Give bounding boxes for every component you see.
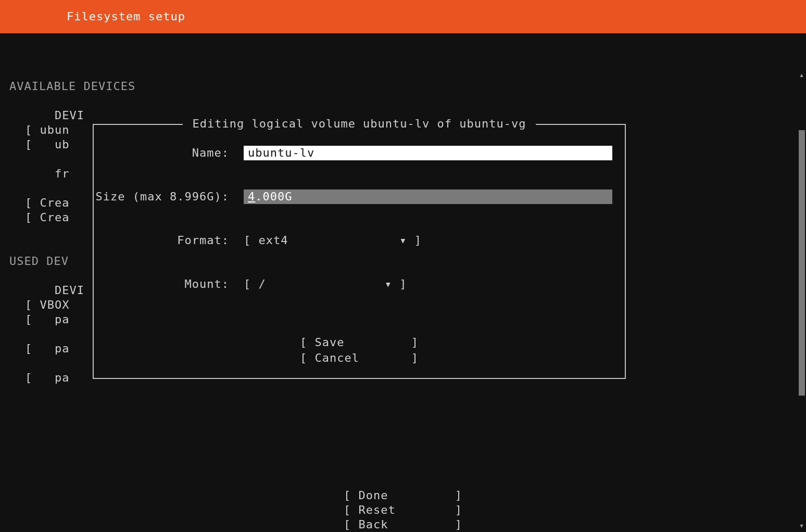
bg-line-crea-1[interactable]: [ Crea xyxy=(25,196,69,210)
mount-select[interactable]: [ / ▾ ] xyxy=(244,277,407,292)
bg-line-ub[interactable]: [ ub xyxy=(25,137,69,152)
name-input-value: ubuntu-lv xyxy=(248,146,314,159)
name-input[interactable]: ubuntu-lv xyxy=(244,146,612,160)
vertical-scrollbar[interactable]: ▴ ▾ xyxy=(799,71,805,530)
scroll-up-icon[interactable]: ▴ xyxy=(799,71,805,79)
scroll-track[interactable] xyxy=(799,83,805,517)
format-open-bracket: [ xyxy=(244,233,259,248)
bg-line-fr: fr xyxy=(25,167,69,181)
bg-line-ubun[interactable]: [ ubun xyxy=(25,123,69,137)
bg-line-pa-1[interactable]: [ pa xyxy=(25,312,69,327)
dialog-form: Name: ubuntu-lv Size (max 8.996G): 4.000… xyxy=(94,146,625,292)
bg-line-devi-1: DEVI xyxy=(25,108,84,123)
screen: AVAILABLE DEVICES DEVI [ ubun [ ub fr [ … xyxy=(0,33,806,532)
bg-line-pa-2[interactable]: [ pa xyxy=(25,341,69,356)
mount-close-bracket: ] xyxy=(392,277,407,292)
bg-line-pa-3[interactable]: [ pa xyxy=(25,371,69,385)
label-mount: Mount: xyxy=(94,277,244,292)
back-button[interactable]: [ Back ] xyxy=(344,517,462,532)
row-name: Name: ubuntu-lv xyxy=(94,146,625,160)
dialog-actions: [ Save ] [ Cancel ] xyxy=(94,335,625,365)
row-format: Format: [ ext4 ▾ ] xyxy=(94,233,625,248)
scroll-thumb[interactable] xyxy=(799,130,805,396)
size-value-rest: .000G xyxy=(255,190,292,203)
title-bar: Filesystem setup xyxy=(0,0,806,33)
bg-line-crea-2[interactable]: [ Crea xyxy=(25,210,69,225)
chevron-down-icon: ▾ xyxy=(399,233,407,248)
format-pad xyxy=(288,233,399,248)
row-size: Size (max 8.996G): 4.000G xyxy=(94,189,625,204)
row-mount: Mount: [ / ▾ ] xyxy=(94,277,625,292)
label-format: Format: xyxy=(94,233,244,248)
done-button[interactable]: [ Done ] xyxy=(344,488,462,503)
mount-open-bracket: [ xyxy=(244,277,259,292)
bg-line-devi-2: DEVI xyxy=(25,283,84,298)
mount-pad xyxy=(266,277,385,292)
label-name: Name: xyxy=(94,146,244,160)
size-cursor-char: 4 xyxy=(248,190,255,203)
available-devices-heading: AVAILABLE DEVICES xyxy=(9,79,135,94)
save-button[interactable]: [ Save ] xyxy=(300,335,419,350)
bg-line-vbox[interactable]: [ VBOX xyxy=(25,298,69,312)
footer-actions: [ Done ] [ Reset ] [ Back ] xyxy=(0,488,806,532)
edit-lv-dialog: Editing logical volume ubuntu-lv of ubun… xyxy=(93,124,626,379)
size-input[interactable]: 4.000G xyxy=(244,189,612,204)
format-select[interactable]: [ ext4 ▾ ] xyxy=(244,233,422,248)
page-title: Filesystem setup xyxy=(67,9,185,24)
chevron-down-icon: ▾ xyxy=(385,277,392,292)
mount-value: / xyxy=(259,277,266,292)
cancel-button[interactable]: [ Cancel ] xyxy=(300,351,419,365)
reset-button[interactable]: [ Reset ] xyxy=(344,503,462,517)
format-value: ext4 xyxy=(259,233,288,248)
label-size: Size (max 8.996G): xyxy=(94,189,244,204)
scroll-down-icon[interactable]: ▾ xyxy=(799,522,805,530)
used-devices-heading: USED DEV xyxy=(9,254,69,269)
format-close-bracket: ] xyxy=(407,233,422,248)
